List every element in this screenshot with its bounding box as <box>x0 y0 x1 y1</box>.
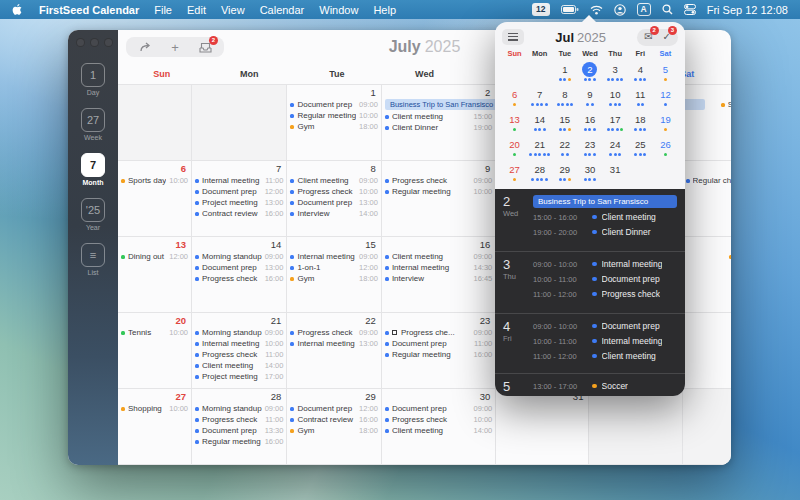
mini-day[interactable]: 22 <box>552 137 577 162</box>
event-item[interactable]: Morning standup09:00 <box>194 327 284 338</box>
event-item[interactable]: Regular meeting16:00 <box>194 436 284 447</box>
day-cell[interactable] <box>118 85 192 161</box>
event-item[interactable]: Regular meeting10:00 <box>384 186 493 197</box>
mini-day[interactable]: 29 <box>552 162 577 187</box>
mini-day[interactable]: 4 <box>628 62 653 87</box>
mini-day[interactable]: 7 <box>527 87 552 112</box>
day-cell[interactable]: 31 <box>496 389 589 465</box>
mini-day[interactable]: 8 <box>552 87 577 112</box>
mini-day[interactable]: 27 <box>502 162 527 187</box>
mini-day[interactable]: 9 <box>577 87 602 112</box>
event-item[interactable]: Document prep13:30 <box>194 425 284 436</box>
sidebar-item-week[interactable]: 27Week <box>81 108 105 141</box>
mini-day[interactable]: 6 <box>502 87 527 112</box>
event-item[interactable]: Shopping10:00 <box>120 403 189 414</box>
day-cell[interactable]: 15Internal meeting09:001-on-112:00Gym18:… <box>287 237 381 313</box>
agenda-event[interactable]: 10:00 - 11:00Internal meeting <box>533 335 677 347</box>
event-item[interactable]: Project meeting17:00 <box>194 371 284 382</box>
control-center-icon[interactable] <box>684 2 696 17</box>
menubar-clock[interactable]: Fri Sep 12 12:08 <box>707 4 788 16</box>
event-item[interactable]: Document prep09:00 <box>384 403 493 414</box>
event-item[interactable]: Document prep12:00 <box>289 403 378 414</box>
day-cell[interactable]: 9Progress check09:00Regular meeting10:00 <box>382 161 496 237</box>
agenda-event[interactable]: 15:00 - 16:00Client meeting <box>533 211 677 223</box>
day-cell[interactable]: 12Regular checkup13:00 <box>683 161 731 237</box>
agenda-event[interactable]: 10:00 - 11:00Document prep <box>533 273 677 285</box>
event-item[interactable]: Regular meeting16:00 <box>384 349 493 360</box>
day-cell[interactable]: 2Business Trip to San FransiscoClient me… <box>382 85 496 161</box>
day-cell[interactable]: 8Client meeting09:00Progress check10:00D… <box>287 161 381 237</box>
event-item[interactable]: Internal meeting09:00 <box>289 251 378 262</box>
event-item[interactable]: Client Dinner19:00 <box>384 122 493 133</box>
day-cell[interactable] <box>589 389 682 465</box>
mini-day[interactable]: 14 <box>527 112 552 137</box>
event-item[interactable]: Progress check11:00 <box>194 349 284 360</box>
mini-day[interactable]: 15 <box>552 112 577 137</box>
mini-day[interactable]: 5 <box>653 62 678 87</box>
event-item[interactable]: Client meeting09:00 <box>289 175 378 186</box>
day-cell[interactable]: 21Morning standup09:00Internal meeting10… <box>192 313 287 389</box>
mini-day[interactable]: 1 <box>552 62 577 87</box>
mini-day[interactable]: 17 <box>603 112 628 137</box>
event-item[interactable]: Interview16:45 <box>384 273 493 284</box>
event-item[interactable]: Internal meeting10:00 <box>194 338 284 349</box>
battery-icon[interactable] <box>561 2 579 17</box>
event-item[interactable]: Progress check16:00 <box>194 273 284 284</box>
agenda-event[interactable]: 13:00 - 17:00Soccer <box>533 380 677 392</box>
event-item[interactable]: Internal meeting14:30 <box>384 262 493 273</box>
menubar-calendar-icon[interactable]: 12 <box>532 3 549 16</box>
mini-day[interactable] <box>502 62 527 87</box>
mini-day[interactable] <box>527 62 552 87</box>
day-cell[interactable]: 30Document prep09:00Progress check10:00C… <box>382 389 496 465</box>
mini-day[interactable]: 3 <box>603 62 628 87</box>
apple-menu-icon[interactable] <box>12 2 24 17</box>
close-window-button[interactable] <box>76 38 85 47</box>
event-item[interactable]: Morning standup09:00 <box>194 251 284 262</box>
mini-day[interactable]: 16 <box>577 112 602 137</box>
event-item[interactable]: Client meeting14:00 <box>194 360 284 371</box>
mini-day[interactable]: 24 <box>603 137 628 162</box>
mini-day-selected[interactable]: 2 <box>577 62 602 87</box>
day-cell[interactable]: 16Client meeting09:00Internal meeting14:… <box>382 237 496 313</box>
mail-icon[interactable]: ✉2 <box>644 31 652 43</box>
mini-day[interactable] <box>653 162 678 187</box>
event-item[interactable]: Document prep12:00 <box>194 186 284 197</box>
event-item[interactable]: Sports day10:00 <box>120 175 189 186</box>
event-item[interactable]: 1-on-112:00 <box>289 262 378 273</box>
mini-day[interactable]: 19 <box>653 112 678 137</box>
event-item[interactable]: Gym18:00 <box>289 425 378 436</box>
mini-day[interactable]: 26 <box>653 137 678 162</box>
agenda-event[interactable]: 09:00 - 10:00Document prep <box>533 320 677 332</box>
sidebar-item-list[interactable]: ≡List <box>81 243 105 276</box>
event-item[interactable]: Client meeting15:00 <box>384 111 493 122</box>
event-item[interactable]: Internal meeting13:00 <box>289 338 378 349</box>
agenda-event[interactable]: 09:00 - 10:00Internal meeting <box>533 258 677 270</box>
agenda-event[interactable]: 11:00 - 12:00Client meeting <box>533 350 677 362</box>
event-item[interactable]: Gym18:00 <box>289 121 378 132</box>
sidebar-item-year[interactable]: '25Year <box>81 198 105 231</box>
day-cell[interactable]: 23Progress che...09:00Document prep11:00… <box>382 313 496 389</box>
event-item[interactable]: Document prep09:00 <box>289 99 378 110</box>
mini-day[interactable]: 23 <box>577 137 602 162</box>
menu-calendar[interactable]: Calendar <box>260 4 305 16</box>
agenda-allday-event[interactable]: Business Trip to San Fransisco <box>533 195 677 208</box>
event-item[interactable]: Internal meeting11:00 <box>194 175 284 186</box>
minimize-window-button[interactable] <box>90 38 99 47</box>
day-cell[interactable]: 28Morning standup09:00Progress check11:0… <box>192 389 287 465</box>
event-item[interactable]: Progress check11:00 <box>194 414 284 425</box>
mini-day[interactable]: 25 <box>628 137 653 162</box>
event-item[interactable]: Document prep11:00 <box>384 338 493 349</box>
day-cell[interactable]: 5Soccer13:00 <box>683 85 731 161</box>
event-item[interactable]: Tennis10:00 <box>120 327 189 338</box>
user-menu-icon[interactable] <box>614 2 626 17</box>
event-item[interactable]: Progress check10:00 <box>384 414 493 425</box>
event-item[interactable]: Progress che...09:00 <box>384 327 493 338</box>
event-item[interactable]: Progress check09:00 <box>384 175 493 186</box>
app-name[interactable]: FirstSeed Calendar <box>39 4 139 16</box>
agenda-event[interactable]: 19:00 - 20:00Client Dinner <box>533 226 677 238</box>
event-item[interactable]: Contract review16:00 <box>194 208 284 219</box>
mini-day[interactable]: 28 <box>527 162 552 187</box>
event-item[interactable]: Project meeting13:00 <box>194 197 284 208</box>
menu-window[interactable]: Window <box>319 4 358 16</box>
mini-day[interactable]: 11 <box>628 87 653 112</box>
